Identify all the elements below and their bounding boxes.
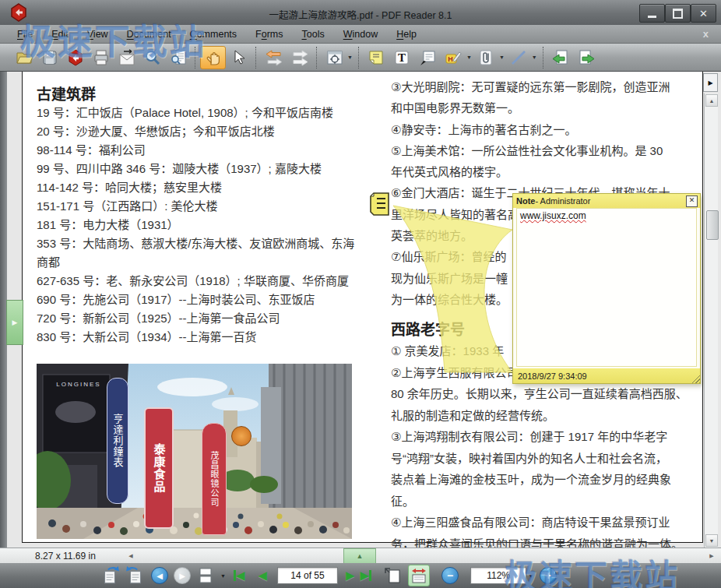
scroll-down-button[interactable]: ▼	[705, 534, 718, 547]
document-area: 古建筑群 19 号：汇中饭店（Palace Hotel, 1908）; 今和平饭…	[0, 72, 721, 548]
note-body-text: www.jisuxz.com	[520, 210, 586, 221]
menu-bar: FileEditViewDocumentCommentsFormsToolsWi…	[0, 25, 721, 44]
select-arrow-icon	[230, 48, 248, 67]
svg-text:H: H	[448, 55, 454, 63]
line-tool-button[interactable]	[506, 46, 532, 69]
previous-view-button[interactable]	[548, 46, 574, 69]
note-body[interactable]: www.jisuxz.com	[516, 208, 697, 367]
attach-file-button[interactable]	[473, 46, 499, 69]
arrow-left-icon: ◀	[236, 569, 245, 583]
select-tool-button[interactable]	[226, 46, 251, 69]
hand-tool-button[interactable]	[200, 46, 226, 69]
save-button[interactable]	[37, 46, 62, 69]
email-icon	[118, 48, 136, 67]
right-page-heading: 西路老字号	[391, 318, 465, 339]
snapshot-settings-button[interactable]	[322, 46, 347, 69]
text-line: ④上海三阳盛食品有限公司：商店特设干果盆景预订业	[391, 512, 706, 533]
street-photo: LONGINES 亨達利鐘表 泰康食品 茂昌眼镜公司	[37, 364, 352, 539]
menu-item[interactable]: Edit	[51, 29, 69, 40]
dropdown-arrow-icon[interactable]: ▼	[347, 55, 353, 60]
menu-item[interactable]: File	[17, 29, 33, 40]
note-popup-header[interactable]: Note - Administrator ✕	[513, 194, 700, 208]
typewriter-icon: T	[392, 48, 411, 67]
arrow-right-icon: ▶	[709, 553, 713, 559]
note-resize-handle[interactable]	[690, 373, 700, 383]
left-page-heading: 古建筑群	[37, 83, 96, 104]
save-icon	[40, 48, 59, 67]
menu-item[interactable]: View	[87, 29, 108, 40]
page-layout-button[interactable]	[196, 565, 215, 586]
page-number-input[interactable]	[277, 567, 338, 584]
search-document-button[interactable]	[165, 46, 191, 69]
rotate-counterclockwise-button[interactable]	[125, 565, 146, 586]
email-button[interactable]	[114, 46, 139, 69]
scroll-up-button[interactable]: ▲	[705, 94, 718, 107]
menu-item[interactable]: Tools	[302, 29, 325, 40]
menubar-close-icon[interactable]: x	[703, 28, 709, 40]
convert-pdf-button[interactable]	[62, 46, 88, 69]
chevron-right-icon: ▶	[708, 79, 712, 86]
minimize-button[interactable]	[639, 4, 665, 23]
callout-icon	[418, 48, 437, 67]
menu-item[interactable]: Forms	[255, 29, 283, 40]
zoom-out-button[interactable]: −	[441, 567, 459, 584]
right-panel-expand-button[interactable]: ▶	[703, 73, 718, 92]
bottom-panel-expand-button[interactable]: ▲	[343, 548, 376, 564]
next-page-button[interactable]: ▶	[346, 565, 355, 586]
next-view-button[interactable]	[574, 46, 600, 69]
dropdown-arrow-icon[interactable]: ▼	[528, 573, 533, 579]
note-author: - Administrator	[535, 196, 590, 206]
search-icon	[143, 48, 162, 67]
first-page-button[interactable]: ◀	[234, 565, 245, 586]
note-annotation-icon[interactable]	[369, 192, 390, 217]
hscroll-right-button[interactable]: ▶	[705, 550, 718, 562]
zoom-in-button[interactable]: +	[540, 567, 557, 584]
callout-button[interactable]	[415, 46, 441, 69]
menu-item[interactable]: Document	[127, 29, 171, 40]
zoom-level-input[interactable]	[470, 567, 526, 584]
sticky-note-button[interactable]	[364, 46, 389, 69]
text-line: 353 号：大陆商场、慈淑大楼/东海大楼、友谊欧洲商城、东海	[37, 234, 364, 253]
text-line: 号“鸿翔”女装，映衬着国内外的知名人士和社会名流，	[391, 448, 706, 470]
open-button[interactable]	[11, 46, 37, 69]
vertical-scrollbar[interactable]: ▲ ▼	[704, 93, 718, 548]
previous-view-circle-button[interactable]: ◀	[151, 567, 168, 584]
text-line: 80 余年历史。长期以来，亨生公司一直延续着高档西服、	[391, 383, 706, 405]
menu-item[interactable]: Comments	[190, 29, 237, 40]
menu-item[interactable]: Help	[396, 29, 417, 40]
arrow-left-icon: ◀	[128, 553, 132, 559]
previous-view-icon	[550, 48, 571, 67]
text-line: 19 号：汇中饭店（Palace Hotel, 1908）; 今和平饭店南楼	[37, 104, 364, 122]
previous-page-button[interactable]: ◀	[258, 565, 267, 586]
next-view-circle-button[interactable]: ▶	[174, 567, 191, 584]
rotate-clockwise-button[interactable]	[100, 565, 120, 586]
fit-width-button[interactable]	[408, 565, 430, 586]
typewriter-button[interactable]: T	[389, 46, 415, 69]
toolbar-separator	[543, 47, 544, 69]
last-page-button[interactable]: ▶	[360, 565, 372, 586]
arrow-up-icon: ▲	[357, 552, 364, 560]
attach-file-icon	[477, 48, 495, 67]
undo-button[interactable]	[261, 46, 287, 69]
navigation-panel-expand-handle[interactable]: ▶	[6, 300, 23, 345]
close-button[interactable]: ✕	[691, 4, 716, 23]
hscroll-left-button[interactable]: ◀	[125, 550, 137, 562]
note-popup[interactable]: Note - Administrator ✕ www.jisuxz.com 20…	[512, 193, 701, 384]
print-icon	[92, 48, 111, 67]
highlight-button[interactable]: H	[441, 46, 466, 69]
dropdown-arrow-icon[interactable]: ▼	[532, 55, 537, 60]
fit-page-button[interactable]	[384, 565, 403, 586]
dropdown-arrow-icon[interactable]: ▼	[499, 55, 505, 60]
dropdown-arrow-icon[interactable]: ▼	[220, 573, 226, 579]
note-close-icon[interactable]: ✕	[686, 195, 698, 207]
redo-button[interactable]	[287, 46, 312, 69]
print-button[interactable]	[88, 46, 114, 69]
search-button[interactable]	[139, 46, 165, 69]
text-line: 和中国电影界无数第一。	[391, 97, 702, 118]
menu-item[interactable]: Window	[343, 29, 378, 40]
vertical-scroll-thumb[interactable]	[706, 210, 719, 240]
dropdown-arrow-icon[interactable]: ▼	[466, 55, 472, 60]
text-line: ③大光明剧院：无可置疑的远东第一影剧院，创造亚洲	[391, 76, 702, 97]
chevron-right-icon: ▶	[12, 319, 18, 326]
maximize-button[interactable]	[665, 4, 691, 23]
